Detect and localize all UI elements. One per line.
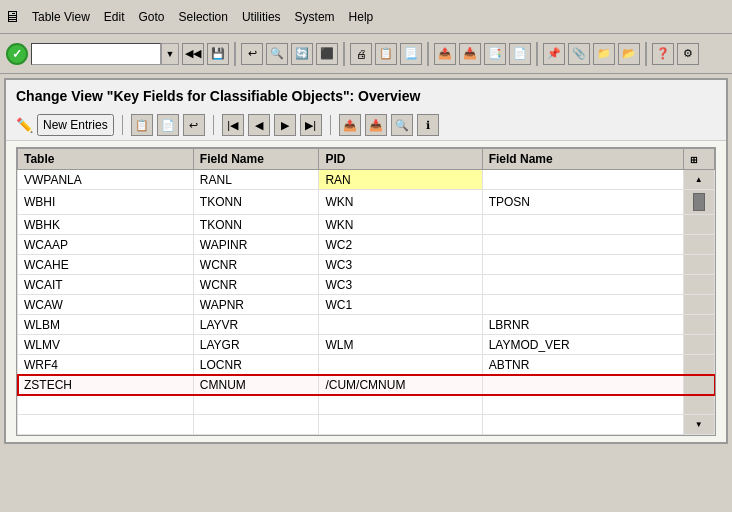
table-row[interactable]: WCAHEWCNRWC3: [18, 255, 715, 275]
copy-rows-btn[interactable]: 📋: [131, 114, 153, 136]
table-row[interactable]: ▼: [18, 415, 715, 435]
table-row[interactable]: WCAITWCNRWC3: [18, 275, 715, 295]
menu-table-view[interactable]: Table View: [26, 6, 96, 28]
app-icon: 🖥: [4, 8, 20, 26]
cell-pid: [319, 315, 482, 335]
pen-icon: ✏️: [16, 117, 33, 133]
nav-back-btn[interactable]: ◀◀: [182, 43, 204, 65]
toolbar-separator-5: [645, 42, 647, 66]
btn-3[interactable]: 🔄: [291, 43, 313, 65]
toolbar-separator-1: [234, 42, 236, 66]
menu-edit[interactable]: Edit: [98, 6, 131, 28]
save-btn[interactable]: 💾: [207, 43, 229, 65]
btn-2[interactable]: 🔍: [266, 43, 288, 65]
scroll-cell: [683, 215, 714, 235]
menu-system[interactable]: System: [289, 6, 341, 28]
table-row[interactable]: WCAWWAPNRWC1: [18, 295, 715, 315]
table-row[interactable]: WBHKTKONNWKN: [18, 215, 715, 235]
export-btn[interactable]: 📤: [339, 114, 361, 136]
command-input[interactable]: [31, 43, 161, 65]
cell-table: WLMV: [18, 335, 194, 355]
paste-rows-btn[interactable]: 📄: [157, 114, 179, 136]
btn-11[interactable]: 📄: [509, 43, 531, 65]
menu-help[interactable]: Help: [343, 6, 380, 28]
table-row[interactable]: WBHITKONNWKNTPOSN: [18, 190, 715, 215]
cell-pid: WLM: [319, 335, 482, 355]
sub-sep-1: [122, 115, 123, 135]
cell-pid: RAN: [319, 170, 482, 190]
cell-pid: [319, 395, 482, 415]
help-btn[interactable]: ❓: [652, 43, 674, 65]
cell-field1: TKONN: [193, 215, 319, 235]
table-row[interactable]: WCAAPWAPINRWC2: [18, 235, 715, 255]
undo-btn[interactable]: ↩: [183, 114, 205, 136]
cell-field2: [482, 415, 683, 435]
menu-utilities[interactable]: Utilities: [236, 6, 287, 28]
cell-pid: WC2: [319, 235, 482, 255]
table-header-row: Table Field Name PID Field Name ⊞: [18, 149, 715, 170]
btn-4[interactable]: ⬛: [316, 43, 338, 65]
cell-field2: [482, 395, 683, 415]
table-row[interactable]: WRF4LOCNRABTNR: [18, 355, 715, 375]
scroll-up-btn[interactable]: ▲: [690, 175, 708, 184]
btn-5[interactable]: 🖨: [350, 43, 372, 65]
table-row[interactable]: VWPANLARANLRAN▲: [18, 170, 715, 190]
btn-15[interactable]: 📂: [618, 43, 640, 65]
cell-field1: [193, 395, 319, 415]
nav-next-btn[interactable]: ▶: [274, 114, 296, 136]
scroll-btn[interactable]: ⊞: [690, 155, 698, 165]
cell-pid: [319, 355, 482, 375]
cell-table: WCAW: [18, 295, 194, 315]
nav-first-btn[interactable]: |◀: [222, 114, 244, 136]
cell-field2: ABTNR: [482, 355, 683, 375]
command-dropdown-btn[interactable]: ▼: [161, 43, 179, 65]
nav-last-btn[interactable]: ▶|: [300, 114, 322, 136]
status-indicator: [6, 43, 28, 65]
btn-7[interactable]: 📃: [400, 43, 422, 65]
cell-field1: [193, 415, 319, 435]
cell-field2: [482, 215, 683, 235]
cell-table: [18, 395, 194, 415]
btn-8[interactable]: 📤: [434, 43, 456, 65]
scroll-cell: ▲: [683, 170, 714, 190]
scroll-thumb[interactable]: [693, 193, 705, 211]
new-entries-btn[interactable]: New Entries: [37, 114, 114, 136]
table-row[interactable]: WLMVLAYGRWLMLAYMOD_VER: [18, 335, 715, 355]
menu-goto[interactable]: Goto: [133, 6, 171, 28]
table-row[interactable]: WLBMLAYVRLBRNR: [18, 315, 715, 335]
btn-13[interactable]: 📎: [568, 43, 590, 65]
btn-10[interactable]: 📑: [484, 43, 506, 65]
btn-12[interactable]: 📌: [543, 43, 565, 65]
settings-btn[interactable]: ⚙: [677, 43, 699, 65]
btn-9[interactable]: 📥: [459, 43, 481, 65]
cell-field1: WAPNR: [193, 295, 319, 315]
table-row[interactable]: [18, 395, 715, 415]
info-btn[interactable]: ℹ: [417, 114, 439, 136]
cell-field1: LOCNR: [193, 355, 319, 375]
command-field-container: ▼: [31, 43, 179, 65]
btn-6[interactable]: 📋: [375, 43, 397, 65]
cell-pid: WC1: [319, 295, 482, 315]
cell-field1: LAYVR: [193, 315, 319, 335]
btn-1[interactable]: ↩: [241, 43, 263, 65]
cell-table: WCAIT: [18, 275, 194, 295]
table-row[interactable]: ZSTECHCMNUM/CUM/CMNUM: [18, 375, 715, 395]
cell-pid: [319, 415, 482, 435]
col-header-field2: Field Name: [482, 149, 683, 170]
data-table-container: Table Field Name PID Field Name ⊞ VWPANL…: [16, 147, 716, 436]
menu-selection[interactable]: Selection: [173, 6, 234, 28]
main-toolbar: ▼ ◀◀ 💾 ↩ 🔍 🔄 ⬛ 🖨 📋 📃 📤 📥 📑 📄 📌 📎 📁 📂 ❓ ⚙: [0, 34, 732, 74]
app-window: 🖥 Table View Edit Goto Selection Utiliti…: [0, 0, 732, 512]
import-btn[interactable]: 📥: [365, 114, 387, 136]
scroll-down-btn[interactable]: ▼: [690, 420, 708, 429]
scroll-cell: [683, 275, 714, 295]
detail-btn[interactable]: 🔍: [391, 114, 413, 136]
btn-14[interactable]: 📁: [593, 43, 615, 65]
cell-table: WCAHE: [18, 255, 194, 275]
cell-table: WLBM: [18, 315, 194, 335]
sub-sep-3: [330, 115, 331, 135]
nav-prev-btn[interactable]: ◀: [248, 114, 270, 136]
cell-field1: WAPINR: [193, 235, 319, 255]
cell-field2: [482, 275, 683, 295]
cell-table: WBHK: [18, 215, 194, 235]
